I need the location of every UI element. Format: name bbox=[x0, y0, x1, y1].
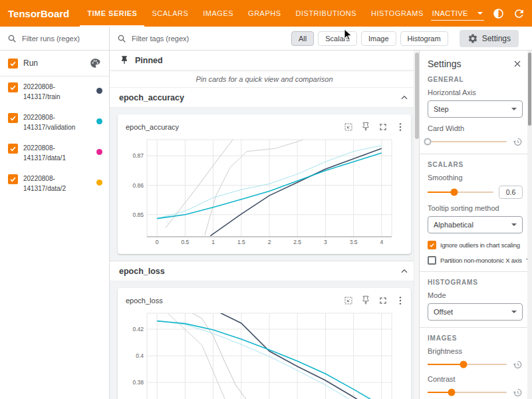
settings-panel: Settings GENERAL Horizontal Axis Step Ca… bbox=[419, 51, 532, 399]
tooltip-sorting-select[interactable]: Alphabetical bbox=[428, 216, 523, 233]
fullscreen-icon[interactable] bbox=[378, 122, 388, 132]
tab-graphs[interactable]: GRAPHS bbox=[241, 0, 288, 27]
horizontal-axis-select[interactable]: Step bbox=[428, 100, 523, 118]
partition-x-axis-label: Partition non-monotonic X axis bbox=[440, 257, 522, 264]
run-row-train[interactable]: 20220808-141317/train bbox=[0, 76, 109, 107]
reset-icon[interactable] bbox=[512, 136, 523, 147]
run-checkbox[interactable] bbox=[8, 174, 18, 184]
chip-histogram[interactable]: Histogram bbox=[400, 31, 448, 46]
pin-outline-icon[interactable] bbox=[360, 122, 371, 132]
card-width-slider[interactable] bbox=[428, 137, 507, 146]
fit-to-domain-icon[interactable] bbox=[343, 295, 354, 306]
runs-filter-placeholder: Filter runs (regex) bbox=[22, 35, 80, 43]
settings-images-heading: IMAGES bbox=[428, 334, 523, 342]
pin-outline-icon[interactable] bbox=[360, 295, 371, 306]
section-header-epoch-loss[interactable]: epoch_loss bbox=[110, 261, 419, 281]
reset-icon[interactable] bbox=[512, 387, 523, 398]
partition-x-axis-row[interactable]: Partition non-monotonic X axis bbox=[428, 255, 523, 265]
theme-toggle-icon[interactable] bbox=[492, 7, 505, 20]
brightness-slider[interactable] bbox=[428, 360, 507, 369]
contrast-label: Contrast bbox=[428, 375, 523, 383]
settings-scrollbar-thumb[interactable] bbox=[528, 53, 531, 126]
partition-x-axis-checkbox[interactable] bbox=[428, 256, 436, 265]
card-title: epoch_accuracy bbox=[123, 123, 179, 131]
chip-scalars[interactable]: Scalars bbox=[318, 31, 357, 46]
ignore-outliers-checkbox[interactable] bbox=[428, 241, 436, 249]
pin-icon bbox=[119, 55, 130, 66]
run-name: 20220808-141317/train bbox=[23, 82, 91, 102]
tab-histograms[interactable]: HISTOGRAMS bbox=[364, 0, 431, 27]
svg-text:0: 0 bbox=[156, 239, 159, 245]
svg-text:0.4: 0.4 bbox=[136, 352, 144, 359]
runs-column-label: Run bbox=[23, 59, 84, 68]
chevron-down-icon bbox=[511, 108, 517, 110]
smoothing-slider[interactable] bbox=[428, 188, 493, 197]
histogram-mode-label: Mode bbox=[428, 291, 523, 299]
select-all-checkbox[interactable] bbox=[8, 59, 18, 68]
tooltip-sorting-label: Tooltip sorting method bbox=[428, 204, 523, 212]
chip-image[interactable]: Image bbox=[361, 31, 396, 46]
settings-scrollbar[interactable] bbox=[527, 51, 532, 399]
run-checkbox[interactable] bbox=[8, 82, 18, 92]
line-chart-epoch-accuracy[interactable]: 00.511.522.533.540.850.860.87 bbox=[123, 136, 400, 247]
reload-status-select[interactable]: INACTIVE bbox=[431, 7, 484, 21]
tab-scalars[interactable]: SCALARS bbox=[144, 0, 196, 27]
svg-text:0.42: 0.42 bbox=[132, 326, 144, 332]
section-header-epoch-accuracy[interactable]: epoch_accuracy bbox=[110, 88, 419, 108]
ignore-outliers-row[interactable]: Ignore outliers in chart scaling bbox=[428, 240, 523, 249]
app-header: TensorBoard TIME SERIES SCALARS IMAGES G… bbox=[0, 0, 532, 27]
tooltip-sorting-value: Alphabetical bbox=[434, 221, 473, 229]
run-color-dot bbox=[96, 180, 102, 186]
run-row-data-2[interactable]: 20220808-141317/data/2 bbox=[0, 168, 109, 199]
more-options-icon[interactable] bbox=[395, 295, 406, 306]
fullscreen-icon[interactable] bbox=[378, 295, 388, 306]
card-actions bbox=[343, 295, 406, 306]
tab-time-series[interactable]: TIME SERIES bbox=[80, 0, 144, 27]
svg-text:0.5: 0.5 bbox=[181, 239, 189, 245]
section-body-epoch-loss: epoch_loss bbox=[110, 281, 419, 399]
chevron-up-icon[interactable] bbox=[399, 92, 410, 103]
more-options-icon[interactable] bbox=[395, 122, 406, 132]
run-checkbox[interactable] bbox=[8, 113, 18, 123]
section-title: epoch_accuracy bbox=[119, 93, 184, 102]
pinned-title: Pinned bbox=[135, 56, 163, 65]
fit-to-domain-icon[interactable] bbox=[343, 122, 354, 132]
card-header: epoch_accuracy bbox=[123, 118, 406, 136]
pinned-section-header: Pinned bbox=[110, 51, 419, 70]
run-color-dot bbox=[96, 118, 102, 124]
card-header: epoch_loss bbox=[123, 292, 406, 309]
run-checkbox[interactable] bbox=[8, 144, 18, 154]
settings-button[interactable]: Settings bbox=[460, 30, 519, 47]
run-color-dot bbox=[96, 88, 102, 94]
runs-filter-input[interactable]: Filter runs (regex) bbox=[0, 27, 110, 50]
section-title: epoch_loss bbox=[119, 267, 165, 276]
run-row-validation[interactable]: 20220808-141317/validation bbox=[0, 107, 109, 138]
settings-scalars-heading: SCALARS bbox=[428, 161, 523, 168]
line-chart-epoch-loss[interactable]: 00.511.522.533.540.360.380.40.42 bbox=[123, 309, 400, 399]
svg-text:3: 3 bbox=[324, 239, 327, 245]
refresh-icon[interactable] bbox=[513, 7, 525, 20]
svg-text:0.85: 0.85 bbox=[132, 211, 144, 218]
svg-text:1.5: 1.5 bbox=[237, 239, 245, 245]
chevron-down-icon bbox=[511, 223, 517, 226]
card-width-label: Card Width bbox=[428, 124, 523, 132]
tab-distributions[interactable]: DISTRIBUTIONS bbox=[289, 0, 364, 27]
run-row-data-1[interactable]: 20220808-141317/data/1 bbox=[0, 138, 109, 168]
chevron-up-icon[interactable] bbox=[399, 266, 410, 277]
tab-images[interactable]: IMAGES bbox=[196, 0, 241, 27]
histogram-mode-select[interactable]: Offset bbox=[428, 303, 523, 321]
filter-toolbar: Filter runs (regex) Filter tags (regex) … bbox=[0, 27, 532, 51]
run-name: 20220808-141317/validation bbox=[23, 112, 91, 132]
main-scrollbar[interactable] bbox=[414, 51, 419, 399]
contrast-slider[interactable] bbox=[428, 388, 507, 397]
smoothing-value-input[interactable]: 0.6 bbox=[499, 186, 523, 199]
svg-text:2.5: 2.5 bbox=[293, 239, 301, 245]
brightness-label: Brightness bbox=[428, 347, 523, 355]
section-body-epoch-accuracy: epoch_accuracy bbox=[110, 108, 419, 261]
palette-icon[interactable] bbox=[89, 57, 101, 69]
runs-select-all-row[interactable]: Run bbox=[0, 51, 109, 76]
close-icon[interactable] bbox=[512, 59, 523, 69]
reset-icon[interactable] bbox=[512, 359, 523, 370]
horizontal-axis-label: Horizontal Axis bbox=[428, 88, 523, 96]
chip-all[interactable]: All bbox=[291, 31, 314, 46]
